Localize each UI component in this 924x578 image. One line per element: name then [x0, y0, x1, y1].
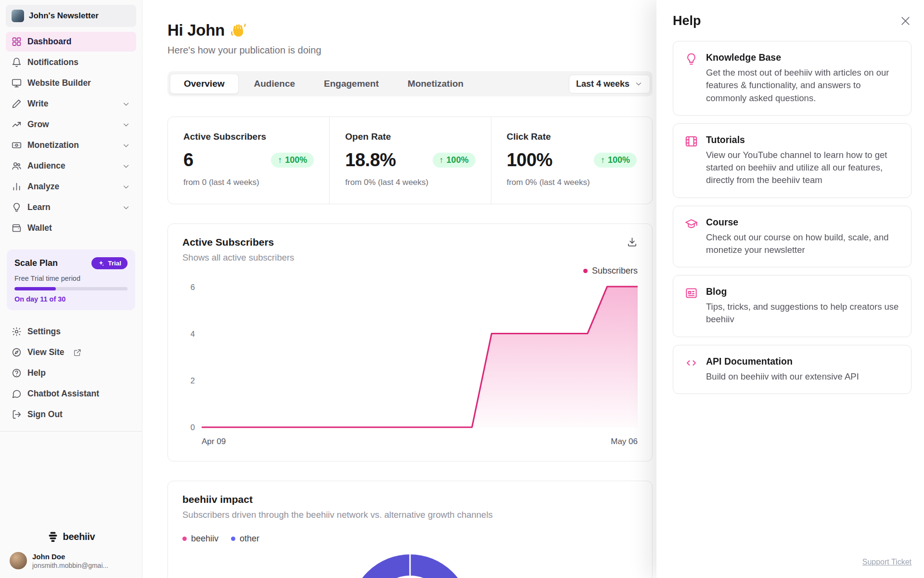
sparkles-icon	[98, 260, 104, 267]
sidebar-item-settings[interactable]: Settings	[6, 322, 136, 342]
sidebar-item-write[interactable]: Write	[6, 94, 136, 114]
sidebar-item-sign-out[interactable]: Sign Out	[6, 405, 136, 424]
x-axis: Apr 09 May 06	[202, 437, 638, 447]
help-panel: Help Knowledge Base Get the most out of …	[656, 0, 924, 578]
chart-subtitle: Shows all active subscribers	[182, 252, 294, 263]
wave-emoji-icon	[231, 23, 246, 38]
y-axis: 6 4 2 0	[182, 282, 195, 432]
sidebar-item-audience[interactable]: Audience	[6, 156, 136, 176]
sidebar-item-label: Website Builder	[27, 78, 91, 88]
active-subscribers-chart-card: Active Subscribers Shows all active subs…	[167, 223, 653, 461]
sidebar-item-monetization[interactable]: Monetization	[6, 135, 136, 155]
support-ticket-link[interactable]: Support Ticket	[673, 558, 911, 566]
plan-name: Scale Plan	[14, 258, 58, 268]
help-panel-title: Help	[673, 13, 701, 28]
sidebar-item-label: Write	[27, 99, 48, 109]
chevron-down-icon	[634, 79, 643, 88]
sidebar-item-label: Audience	[27, 161, 65, 171]
up-arrow-icon: ↑	[278, 155, 282, 165]
up-arrow-icon: ↑	[601, 155, 605, 165]
chevron-down-icon	[122, 141, 130, 150]
gear-icon	[12, 327, 22, 337]
other-legend-dot	[231, 537, 235, 541]
sidebar-item-label: Chatbot Assistant	[27, 389, 99, 399]
help-card-blog[interactable]: Blog Tips, tricks, and suggestions to he…	[673, 275, 911, 337]
workspace-switcher[interactable]: John's Newsletter	[6, 5, 136, 27]
tab-monetization[interactable]: Monetization	[394, 74, 477, 93]
help-card-tutorials[interactable]: Tutorials View our YouTube channel to le…	[673, 123, 911, 198]
chart-legend: Subscribers	[182, 266, 638, 276]
help-card-description: View our YouTube channel to learn how to…	[706, 149, 899, 187]
sidebar-item-view-site[interactable]: View Site	[6, 342, 136, 362]
plan-description: Free Trial time period	[14, 275, 128, 282]
sidebar-item-label: Notifications	[27, 57, 78, 67]
tab-overview[interactable]: Overview	[170, 74, 239, 94]
sidebar-item-label: Settings	[27, 327, 61, 337]
download-icon[interactable]	[627, 236, 638, 248]
compass-icon	[12, 347, 22, 357]
plan-status: On day 11 of 30	[14, 295, 128, 303]
help-card-description: Tips, tricks, and suggestions to help cr…	[706, 301, 899, 326]
tab-engagement[interactable]: Engagement	[310, 74, 392, 93]
monitor-icon	[12, 78, 22, 88]
sidebar-item-wallet[interactable]: Wallet	[6, 218, 136, 238]
stat-active-subscribers: Active Subscribers 6 ↑100% from 0 (last …	[168, 117, 329, 204]
date-range-select[interactable]: Last 4 weeks	[569, 75, 650, 93]
sidebar-item-notifications[interactable]: Notifications	[6, 53, 136, 72]
beehiiv-hive-icon	[47, 531, 59, 542]
tab-audience[interactable]: Audience	[241, 74, 309, 93]
trial-progress-fill	[14, 287, 56, 290]
help-card-course[interactable]: Course Check out our course on how build…	[673, 206, 911, 268]
sidebar-item-label: Learn	[27, 202, 51, 212]
beehiiv-legend-dot	[182, 537, 187, 541]
bell-icon	[12, 57, 22, 67]
user-name: John Doe	[32, 552, 108, 561]
trial-progress-bar	[14, 287, 128, 290]
stat-change-badge: ↑100%	[271, 153, 314, 168]
close-icon[interactable]	[899, 15, 911, 27]
help-card-title: Blog	[706, 286, 899, 297]
users-icon	[12, 161, 22, 171]
impact-legend: beehiiv other	[182, 534, 638, 544]
up-arrow-icon: ↑	[439, 155, 444, 165]
sidebar-item-label: Dashboard	[27, 37, 71, 47]
plan-card: Scale Plan Trial Free Trial time period …	[7, 250, 135, 310]
workspace-name: John's Newsletter	[29, 11, 99, 21]
stat-value: 18.8%	[345, 150, 396, 171]
tab-bar: Overview Audience Engagement Monetizatio…	[167, 71, 653, 96]
subscribers-legend-dot	[583, 269, 588, 273]
help-card-api-documentation[interactable]: API Documentation Build on beehiiv with …	[673, 345, 911, 394]
subscribers-area-chart: 6 4 2 0	[182, 282, 638, 432]
stat-value: 100%	[507, 150, 552, 171]
chart-title: Active Subscribers	[182, 236, 294, 248]
sidebar-item-website-builder[interactable]: Website Builder	[6, 73, 136, 93]
sidebar-item-dashboard[interactable]: Dashboard	[6, 32, 136, 52]
primary-nav: Dashboard Notifications Website Builder …	[6, 32, 136, 238]
trial-badge: Trial	[91, 257, 128, 269]
help-card-knowledge-base[interactable]: Knowledge Base Get the most out of beehi…	[673, 41, 911, 116]
sidebar-item-help[interactable]: Help	[6, 363, 136, 383]
chart-title: beehiiv impact	[182, 494, 638, 505]
stat-title: Open Rate	[345, 131, 475, 142]
sidebar-item-analyze[interactable]: Analyze	[6, 177, 136, 197]
page-subtitle: Here's how your publication is doing	[167, 45, 653, 56]
film-icon	[685, 135, 698, 148]
sidebar-item-label: Help	[27, 368, 46, 378]
stat-change-badge: ↑100%	[433, 153, 475, 168]
sidebar: John's Newsletter Dashboard Notification…	[0, 0, 142, 578]
sidebar-item-label: View Site	[27, 347, 64, 357]
help-card-title: Tutorials	[706, 134, 899, 145]
secondary-nav: Settings View Site Help Chatbot Assistan…	[6, 322, 136, 424]
lightbulb-icon	[685, 53, 698, 66]
user-profile[interactable]: John Doe jonsmith.mobbin@gmai...	[6, 546, 136, 578]
sidebar-item-learn[interactable]: Learn	[6, 197, 136, 217]
workspace-avatar	[12, 10, 24, 22]
sidebar-item-chatbot-assistant[interactable]: Chatbot Assistant	[6, 384, 136, 404]
help-circle-icon	[12, 368, 22, 378]
sidebar-item-grow[interactable]: Grow	[6, 115, 136, 134]
chat-bubble-icon	[12, 389, 22, 399]
sidebar-item-label: Sign Out	[27, 409, 63, 420]
sidebar-item-label: Monetization	[27, 140, 79, 150]
dashboard-grid-icon	[12, 37, 22, 47]
chevron-down-icon	[122, 120, 130, 129]
